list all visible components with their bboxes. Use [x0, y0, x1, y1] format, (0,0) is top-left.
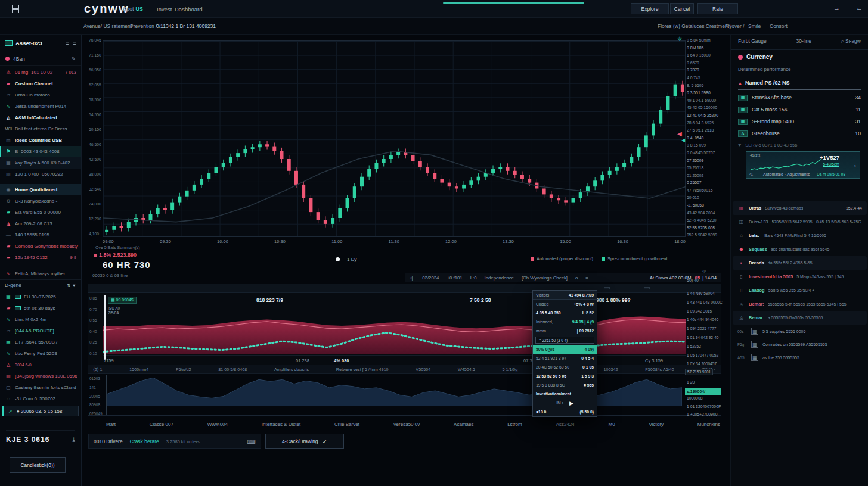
edit-pencil-icon[interactable]: ✎	[71, 56, 76, 62]
volume-x-label[interactable]: Veresa50 0v	[393, 422, 420, 427]
price-row[interactable]: 0 4. 0548	[687, 135, 721, 142]
price-row[interactable]: 52 55 5705 005	[687, 225, 721, 232]
volume-x-label[interactable]: Classe 007	[150, 422, 173, 427]
sublink-flores[interactable]: Flores (w) Getaluces Crestment)	[658, 23, 731, 29]
price-row[interactable]: 07 25009	[687, 157, 721, 165]
snowflake-icon[interactable]: ❊	[677, 36, 682, 42]
price-row[interactable]: 0 5.84 50mm	[687, 37, 721, 45]
back-arrow-icon[interactable]: ←	[856, 4, 863, 11]
orderbook-row[interactable]: 1 +005+2700900	[687, 410, 723, 419]
price-row[interactable]: 0 7070	[687, 67, 721, 74]
sidebar-item[interactable]: ◉ Home Quotidianed	[0, 184, 81, 195]
feed-row[interactable]: ▪ Drends da 555r 55/ 2 4955 5-55	[733, 256, 867, 270]
price-row[interactable]: 8. 5 6505	[687, 82, 721, 90]
rp-manage[interactable]: ⌕ Si-agw	[841, 38, 861, 45]
explore-button[interactable]: Explore	[631, 3, 669, 14]
sublink-consort[interactable]: Consort	[770, 23, 788, 29]
dropdown-row[interactable]: 12 53 52 50 5 05 1 5 9 3	[533, 372, 597, 381]
orderbook-row[interactable]: 1 0Y 34 2000457	[687, 360, 723, 369]
toolbar-item[interactable]: ‹|·	[410, 275, 414, 281]
price-row[interactable]: 52 -9 4049 5230	[687, 217, 721, 225]
window-handle-icon[interactable]	[12, 5, 19, 13]
volume-x-label[interactable]: Victory	[649, 422, 664, 427]
dropdown-row[interactable]: Visitors 41 494 8.7%9	[533, 291, 597, 300]
orderbook-row[interactable]: 1000008	[687, 394, 723, 403]
dropdown-row[interactable]: 4 35 5.49 350 L 2 52	[533, 309, 597, 317]
candlestick-chart[interactable]	[103, 40, 686, 237]
orderbook-row[interactable]: 1 43 441 043 0000C	[687, 298, 723, 307]
sidebar-item[interactable]: ▥ [B43]50g windows 100L 0696	[0, 370, 81, 382]
breadcrumb-section[interactable]: Prevention /	[130, 23, 157, 29]
volume-x-label[interactable]: Interfaces & Dictet	[262, 422, 300, 427]
dropdown-row[interactable]: Closed +5% 4 8 W	[533, 300, 597, 309]
price-row[interactable]: 0 8M 185	[687, 45, 721, 52]
volume-x-label[interactable]: Www.004	[207, 422, 228, 427]
dropdown-row[interactable]: 20 4C 50 62 60 50 0 1 05	[533, 363, 597, 372]
footer-link[interactable]: Crask berare	[130, 438, 159, 444]
toolbar-item[interactable]: L:0	[470, 275, 477, 281]
stat-row[interactable]: ◮ Greenhouse 10	[738, 127, 861, 139]
sidebar-item[interactable]: MCI Ball feat eterna Dr Dress	[0, 123, 81, 135]
orderbook-row[interactable]: 1 44 Nev 59004	[687, 289, 723, 298]
feed-row[interactable]: ⌂ bats: -Bars 4548 F/McFlind 5-4 16/5605	[733, 229, 867, 242]
feed-row[interactable]: ▯ Laadog 55g 5-w55 255 25/50/4 +	[733, 284, 867, 297]
candlestick-button[interactable]: Candlestick(0))	[10, 457, 66, 473]
dropdown-row[interactable]: IM › ▶	[533, 398, 597, 407]
sidebar-item[interactable]: ▰ 12b 1945 C132 9 9	[0, 252, 81, 263]
nav-dashboard[interactable]: Dashboard	[175, 6, 202, 13]
sidebar-item[interactable]: ⚠ 01 mg- 101 10-02 7 013	[0, 67, 81, 78]
qr-row[interactable]: A55 ▦ as the 255 5555555	[733, 351, 867, 364]
dropdown-row[interactable]: 52 4 51 921 3 97 0 4 5 4	[533, 354, 597, 363]
dropdown-row[interactable]: Intermed, 9/4 05 | 4 (9	[533, 317, 597, 326]
sidebar-item[interactable]	[0, 263, 81, 268]
sidebar-item[interactable]: ↗ ● 20065 03. 5-15 158	[2, 406, 79, 416]
toolbar-item[interactable]: +0 f101	[447, 275, 462, 281]
favorite-row[interactable]: ♥ SERV-5 0371 1 03 43 556	[738, 142, 797, 148]
price-row[interactable]: 0 3.551 5980	[687, 89, 721, 97]
orderbook-row[interactable]: 1 20	[687, 378, 723, 387]
indicator-tab[interactable]	[644, 287, 650, 289]
sidebar-item[interactable]: ▦ ET7 .5641 55709B /	[0, 337, 81, 348]
stat-row[interactable]: ▦ S-Frond map 5400 31	[738, 116, 861, 127]
sidebar-item[interactable]: ▱ [044 A& PROUTE]	[0, 325, 81, 337]
timeframe-label[interactable]: 1 Dy	[347, 257, 356, 262]
timeframe-dot-icon[interactable]	[336, 257, 340, 261]
sublink-flyover[interactable]: Flyover /	[725, 23, 745, 29]
sidebar-item[interactable]: ▦ ▮ FU 30-07-2025	[0, 291, 81, 303]
feed-row[interactable]: ◬ Bemar: a 5555555d5w555s 55-55555	[733, 311, 867, 325]
price-row[interactable]: 052 5 9842 5999	[687, 232, 721, 239]
dropdown-row[interactable]: 19 5 8 888 8 5C ■ 555	[533, 381, 597, 390]
search-icon[interactable]: ⌕	[841, 38, 844, 44]
sidebar-item[interactable]: ▰ Comodd Gonynbbbs modesty	[0, 241, 81, 252]
price-row[interactable]: 0 25507	[687, 179, 721, 187]
feed-row[interactable]: ◬ Bemar: 5555555 5-th 5555s 155s 5555 53…	[733, 297, 867, 311]
nav-invest[interactable]: Invest	[157, 6, 172, 13]
download-icon[interactable]: ⤓	[73, 436, 75, 443]
sidebar-item[interactable]: ◭ A&M InfCalculated	[0, 112, 81, 123]
price-row[interactable]: 01 25002	[687, 172, 721, 180]
stat-row[interactable]: ▦ Cat 5 mass 156 11	[738, 104, 861, 116]
sidebar-item[interactable]: △ 3004 6-0	[0, 359, 81, 370]
orderbook-row[interactable]: 1 40s 444-944040	[687, 316, 723, 325]
price-row[interactable]: 43 42 504 2004	[687, 210, 721, 217]
sidebar-item[interactable]: ▱ Urba Co morozo	[0, 89, 81, 101]
rp-tab-gauge[interactable]: Furbt Gauge	[738, 38, 767, 44]
sidebar-item[interactable]: ▢ Casteny tham in forts sCland	[0, 382, 81, 393]
sidebar-item[interactable]: D-gene ⇅ ▼	[0, 279, 81, 291]
orderbook-row[interactable]: 1 01 3204007000P	[687, 403, 723, 411]
feed-row[interactable]: ◫ Dubs-133 5705/5913 5642 5995 · 0.45 13…	[733, 215, 867, 229]
breadcrumb[interactable]: Avenue/ US ratement	[83, 23, 132, 29]
hamburger-icon-2[interactable]: ≡	[73, 40, 76, 46]
price-row[interactable]: 12 41 04.5 25200	[687, 112, 721, 120]
price-row[interactable]: 47 785050015	[687, 187, 721, 195]
volume-x-label[interactable]: M0	[609, 422, 615, 427]
rp-tab-30line[interactable]: 30-line	[796, 38, 812, 44]
orderbook-row[interactable]: 1 094 2025 4777	[687, 325, 723, 334]
drawing-tool-button[interactable]: 4-Cack/Drawing ✓	[265, 434, 344, 449]
sidebar-item[interactable]: ▰ Ela vard E55 0 00000	[0, 207, 81, 218]
forward-arrow-icon[interactable]: →	[833, 4, 840, 11]
sidebar-item[interactable]: ◮ Am 209-2 08 C13	[0, 218, 81, 229]
qr-row[interactable]: F5g ▦ Comrades on 5555599 A55555555	[733, 338, 867, 351]
volume-x-label[interactable]: Ass2424	[556, 422, 575, 427]
currency-row[interactable]: Currency	[738, 54, 773, 60]
